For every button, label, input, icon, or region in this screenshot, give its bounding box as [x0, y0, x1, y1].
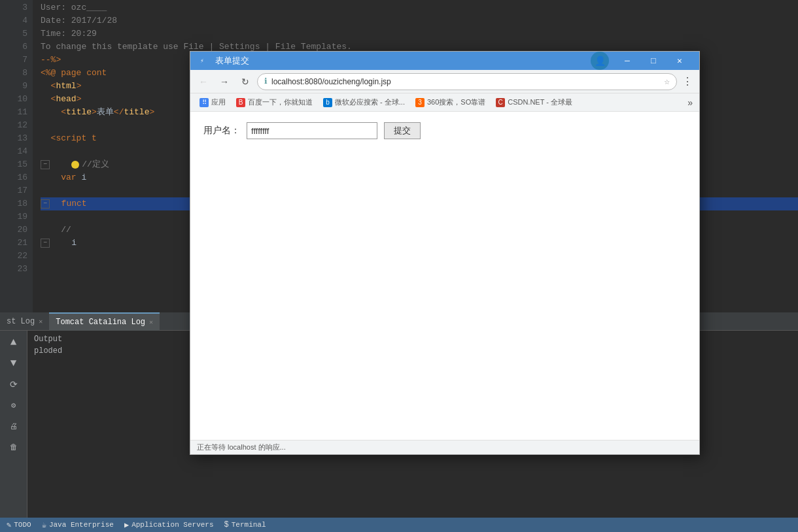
forward-button[interactable]: → [215, 73, 234, 91]
bing-bookmark-icon: b [323, 98, 332, 107]
status-todo-label: TODO [14, 521, 31, 529]
servers-icon: ▶ [124, 520, 129, 530]
login-form: 用户名： 提交 [203, 122, 686, 139]
browser-toolbar: ← → ↻ ℹ localhost:8080/ouzicheng/login.j… [190, 70, 699, 93]
sidebar-delete-btn[interactable]: 🗑 [5, 438, 23, 456]
bookmark-bing[interactable]: b 微软必应搜索 - 全球... [321, 96, 408, 108]
sidebar-print-btn[interactable]: 🖨 [5, 417, 23, 435]
360-bookmark-icon: 3 [415, 98, 425, 107]
info-icon: ℹ [264, 76, 268, 86]
tab-st-log-close[interactable]: ✕ [39, 318, 43, 325]
status-java-label: Java Enterprise [49, 521, 114, 529]
sidebar-down-btn[interactable]: ▼ [5, 354, 23, 373]
sidebar-up-btn[interactable]: ▲ [5, 333, 23, 352]
bookmark-360[interactable]: 3 360搜索，SO靠谱 [413, 96, 488, 108]
status-bar: ✎ TODO ☕ Java Enterprise ▶ Application S… [0, 518, 798, 532]
bookmark-bing-label: 微软必应搜索 - 全球... [335, 97, 405, 107]
java-icon: ☕ [42, 520, 46, 530]
sidebar-reload-btn[interactable]: ⟳ [5, 375, 23, 393]
back-button[interactable]: ← [194, 73, 213, 91]
todo-icon: ✎ [7, 520, 11, 530]
bookmark-apps[interactable]: ⠿ 应用 [197, 96, 228, 108]
status-terminal[interactable]: $ Terminal [224, 520, 266, 529]
browser-statusbar: 正在等待 localhost 的响应... [190, 440, 699, 454]
more-options-btn[interactable]: ⋮ [680, 75, 695, 88]
tab-tomcat-label: Tomcat Catalina Log [56, 318, 145, 327]
win-maximize-btn[interactable]: □ [640, 52, 667, 70]
bookmark-360-label: 360搜索，SO靠谱 [427, 97, 485, 107]
tab-tomcat-close[interactable]: ✕ [149, 318, 153, 326]
bookmarks-bar: ⠿ 应用 B 百度一下，你就知道 b 微软必应搜索 - 全球... 3 360搜… [190, 93, 699, 112]
bookmark-baidu[interactable]: B 百度一下，你就知道 [234, 96, 315, 108]
left-sidebar: ▲ ▼ ⟳ ⚙ 🖨 🗑 [0, 331, 27, 531]
sidebar-config-btn[interactable]: ⚙ [5, 396, 23, 414]
win-minimize-btn[interactable]: ─ [614, 52, 640, 70]
browser-status-text: 正在等待 localhost 的响应... [197, 442, 286, 452]
browser-window: ⚡ 表单提交 👤 ─ □ ✕ ← → ↻ ℹ localhost:8080/ou… [190, 51, 700, 455]
url-text: localhost:8080/ouzicheng/login.jsp [271, 77, 391, 86]
bookmark-csdn-label: CSDN.NET - 全球最 [508, 97, 572, 107]
apps-bookmark-icon: ⠿ [200, 98, 209, 107]
reload-button[interactable]: ↻ [236, 73, 254, 91]
tab-st-log-label: st Log [7, 317, 35, 326]
bookmark-baidu-label: 百度一下，你就知道 [248, 97, 313, 107]
submit-button[interactable]: 提交 [384, 122, 421, 139]
status-todo[interactable]: ✎ TODO [7, 520, 31, 530]
browser-favicon-icon: ⚡ [197, 56, 207, 66]
bookmark-csdn[interactable]: C CSDN.NET - 全球最 [493, 96, 575, 108]
address-bar[interactable]: ℹ localhost:8080/ouzicheng/login.jsp ☆ [257, 73, 677, 90]
line-numbers: 3 4 5 6 7 8 9 10 11 12 13 14 15 16 17 18… [0, 0, 33, 314]
browser-win-title: 表单提交 [215, 55, 249, 67]
bookmark-apps-label: 应用 [211, 97, 226, 107]
baidu-bookmark-icon: B [236, 98, 245, 107]
tab-tomcat-catalina[interactable]: Tomcat Catalina Log ✕ [49, 312, 160, 331]
status-java-enterprise[interactable]: ☕ Java Enterprise [42, 520, 114, 530]
username-label: 用户名： [203, 125, 240, 137]
browser-content: 用户名： 提交 [190, 112, 699, 440]
more-bookmarks-btn[interactable]: » [687, 97, 693, 108]
username-input[interactable] [247, 122, 377, 139]
user-avatar-icon: 👤 [591, 52, 609, 70]
tab-st-log[interactable]: st Log ✕ [0, 312, 49, 331]
terminal-icon: $ [224, 520, 229, 529]
status-app-servers[interactable]: ▶ Application Servers [124, 520, 214, 530]
csdn-bookmark-icon: C [496, 98, 505, 107]
win-close-btn[interactable]: ✕ [667, 52, 693, 70]
status-terminal-label: Terminal [232, 521, 266, 529]
browser-win-titlebar: ⚡ 表单提交 👤 ─ □ ✕ [190, 52, 699, 70]
bookmark-star-icon[interactable]: ☆ [665, 76, 670, 87]
status-servers-label: Application Servers [131, 521, 213, 529]
